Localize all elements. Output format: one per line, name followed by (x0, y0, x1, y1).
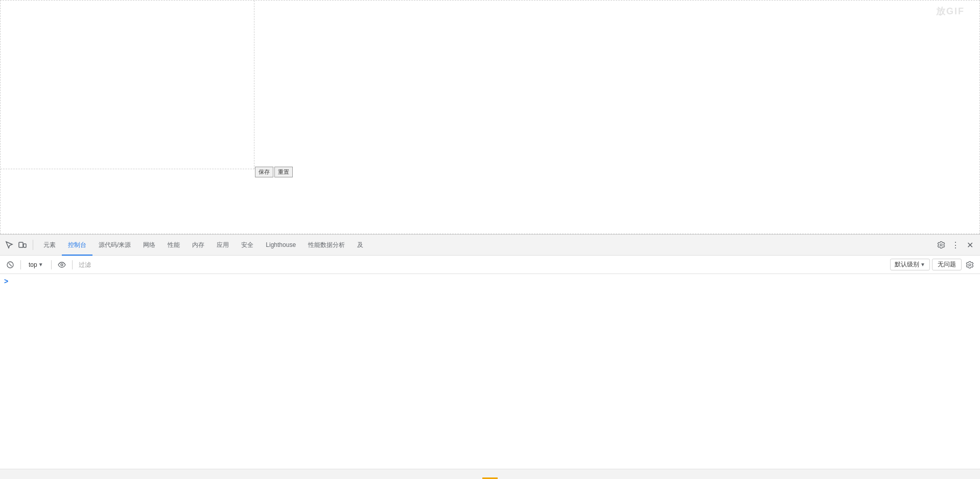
console-settings-icon[interactable] (964, 259, 976, 271)
tab-lighthouse[interactable]: Lighthouse (260, 235, 302, 256)
close-devtools-icon[interactable]: ✕ (964, 239, 976, 251)
chevron-right-icon[interactable]: > (4, 277, 8, 285)
content-right-panel (255, 1, 979, 169)
console-right: 默认级别 ▼ 无问题 (890, 259, 976, 271)
tab-source[interactable]: 源代码/来源 (92, 235, 137, 256)
reset-button[interactable]: 重置 (274, 167, 293, 177)
svg-line-3 (9, 263, 12, 266)
tab-security[interactable]: 安全 (235, 235, 260, 256)
tab-perf-insights[interactable]: 性能数据分析 (302, 235, 351, 256)
tab-memory[interactable]: 内存 (186, 235, 211, 256)
clear-console-icon[interactable] (4, 259, 16, 271)
svg-rect-0 (19, 242, 23, 247)
devtools-tabs: 元素 控制台 源代码/来源 网络 性能 内存 应用 安全 Lighthouse … (37, 235, 369, 255)
log-level-selector[interactable]: 默认级别 ▼ (890, 259, 930, 270)
context-arrow-icon: ▼ (38, 262, 43, 267)
browser-content: 保存 重置 (0, 0, 980, 234)
tab-more[interactable]: 及 (351, 235, 369, 256)
console-toolbar: top ▼ 默认级别 ▼ 无问题 (0, 256, 980, 274)
settings-icon[interactable] (935, 239, 947, 251)
content-left-panel (1, 1, 254, 169)
tab-performance[interactable]: 性能 (161, 235, 186, 256)
devtools-icon-group (4, 240, 33, 250)
separator-2 (51, 260, 52, 269)
tab-network[interactable]: 网络 (137, 235, 161, 256)
console-prompt: > (4, 276, 976, 286)
toolbar-right-icons: ⋮ ✕ (935, 239, 976, 251)
inspect-element-icon[interactable] (4, 240, 14, 250)
log-level-arrow-icon: ▼ (920, 262, 925, 267)
bottom-status-bar (0, 469, 980, 479)
tab-application[interactable]: 应用 (211, 235, 235, 256)
watermark: 放GIF (936, 5, 965, 17)
devtools-toolbar: 元素 控制台 源代码/来源 网络 性能 内存 应用 安全 Lighthouse … (0, 235, 980, 256)
devtools-panel: 元素 控制台 源代码/来源 网络 性能 内存 应用 安全 Lighthouse … (0, 234, 980, 479)
no-issues-badge[interactable]: 无问题 (932, 259, 962, 270)
console-content: > (0, 274, 980, 479)
log-level-label: 默认级别 (895, 260, 919, 269)
tab-elements[interactable]: 元素 (37, 235, 62, 256)
context-label: top (29, 261, 37, 268)
tab-console[interactable]: 控制台 (62, 235, 92, 256)
svg-point-4 (61, 264, 63, 266)
separator-3 (72, 260, 73, 269)
eye-icon[interactable] (56, 259, 68, 271)
save-button[interactable]: 保存 (255, 167, 273, 177)
device-toolbar-icon[interactable] (17, 240, 28, 250)
separator-1 (20, 260, 21, 269)
context-selector[interactable]: top ▼ (25, 260, 47, 270)
svg-rect-1 (24, 244, 26, 247)
form-buttons: 保存 重置 (255, 167, 293, 177)
filter-input[interactable] (77, 259, 888, 271)
more-options-icon[interactable]: ⋮ (949, 239, 962, 251)
